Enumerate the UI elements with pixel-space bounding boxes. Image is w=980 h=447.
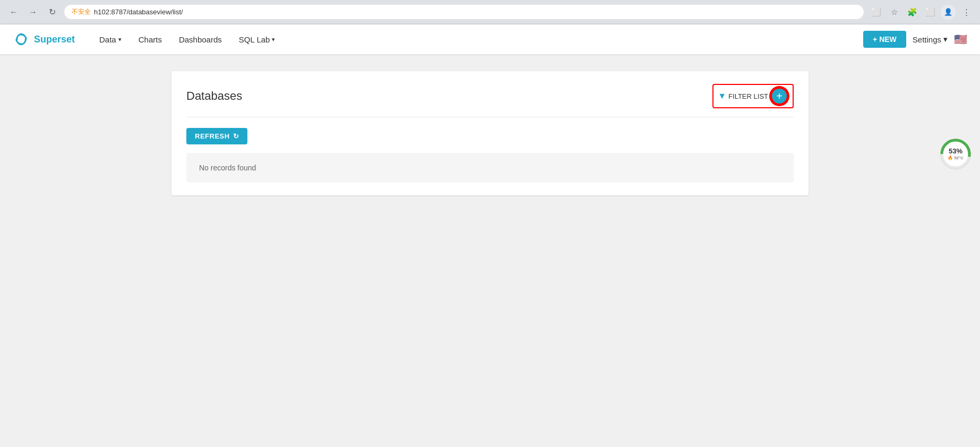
- filter-list-label[interactable]: FILTER LIST: [728, 92, 768, 100]
- main-content: Databases ▼ FILTER LIST + REFRESH ↻ No r…: [0, 54, 980, 447]
- extensions-icon[interactable]: 🧩: [905, 5, 919, 20]
- url-text: h102:8787/databaseview/list/: [94, 8, 183, 16]
- cpu-percent-display: 53% 🔥 52°C: [940, 138, 972, 170]
- profile-button[interactable]: 👤: [941, 5, 956, 20]
- back-button[interactable]: ←: [6, 5, 21, 20]
- browser-chrome: ← → ↻ 不安全 h102:8787/databaseview/list/ ⬜…: [0, 0, 980, 24]
- browser-actions: ⬜ ☆ 🧩 ⬜ 👤 ⋮: [869, 5, 974, 20]
- header-actions: ▼ FILTER LIST +: [712, 84, 794, 108]
- page-title: Databases: [186, 89, 242, 103]
- settings-menu[interactable]: Settings ▾: [913, 35, 948, 44]
- settings-chevron-icon: ▾: [943, 35, 948, 44]
- split-screen-icon[interactable]: ⬜: [923, 5, 938, 20]
- filter-list-area: ▼ FILTER LIST +: [712, 84, 794, 108]
- address-bar[interactable]: 不安全 h102:8787/databaseview/list/: [64, 4, 864, 20]
- nav-dashboards[interactable]: Dashboards: [171, 24, 229, 54]
- nav-charts[interactable]: Charts: [131, 24, 169, 54]
- app-navbar: Superset Data ▾ Charts Dashboards SQL La…: [0, 24, 980, 54]
- nav-items: Data ▾ Charts Dashboards SQL Lab ▾: [92, 24, 863, 54]
- add-database-button[interactable]: +: [770, 87, 788, 105]
- sqllab-chevron-icon: ▾: [272, 36, 275, 43]
- nav-data[interactable]: Data ▾: [92, 24, 129, 54]
- empty-state: No records found: [186, 153, 794, 183]
- language-flag-icon[interactable]: 🇺🇸: [954, 33, 967, 46]
- forward-button[interactable]: →: [25, 5, 40, 20]
- translate-icon[interactable]: ⬜: [869, 5, 883, 20]
- data-chevron-icon: ▾: [118, 36, 122, 43]
- reload-button[interactable]: ↻: [45, 5, 59, 20]
- content-card: Databases ▼ FILTER LIST + REFRESH ↻ No r…: [171, 71, 809, 195]
- bookmark-icon[interactable]: ☆: [887, 5, 901, 20]
- security-warning: 不安全: [72, 7, 91, 16]
- menu-icon[interactable]: ⋮: [959, 5, 974, 20]
- brand-logo-area[interactable]: Superset: [13, 31, 75, 48]
- navbar-right: + NEW Settings ▾ 🇺🇸: [863, 31, 967, 48]
- cpu-widget: 53% 🔥 52°C: [940, 138, 972, 170]
- refresh-icon: ↻: [233, 132, 239, 140]
- nav-sql-lab[interactable]: SQL Lab ▾: [231, 24, 283, 54]
- cpu-circle: 53% 🔥 52°C: [940, 138, 972, 170]
- refresh-button[interactable]: REFRESH ↻: [186, 128, 247, 144]
- card-header: Databases ▼ FILTER LIST +: [186, 84, 794, 117]
- new-button[interactable]: + NEW: [863, 31, 906, 48]
- filter-icon: ▼: [718, 91, 726, 101]
- superset-logo-icon: [13, 31, 30, 48]
- empty-message: No records found: [199, 164, 256, 172]
- brand-name-text: Superset: [34, 34, 75, 45]
